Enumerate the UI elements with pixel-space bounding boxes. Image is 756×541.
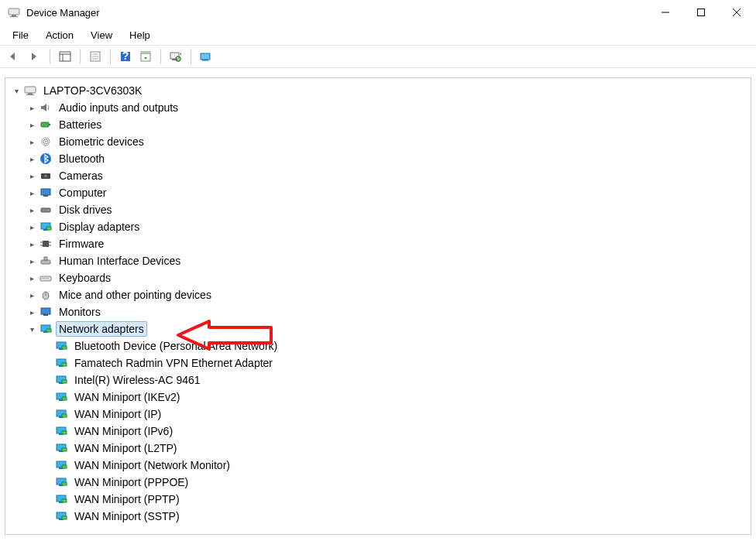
- node-label: WAN Miniport (PPTP): [71, 491, 183, 507]
- menu-file[interactable]: File: [5, 28, 36, 43]
- chevron-right-icon[interactable]: ▸: [26, 257, 37, 265]
- svg-rect-50: [45, 278, 46, 279]
- node-label: Batteries: [56, 117, 105, 132]
- action-center-button[interactable]: [136, 46, 156, 67]
- chevron-right-icon[interactable]: ▸: [26, 223, 37, 231]
- svg-rect-92: [62, 516, 67, 519]
- svg-rect-4: [698, 9, 705, 16]
- node-label: Human Interface Devices: [56, 253, 184, 269]
- node-label: WAN Miniport (IPv6): [71, 423, 176, 439]
- node-disk[interactable]: ▸ Disk drives: [6, 201, 750, 218]
- toolbar-separator: [191, 49, 191, 64]
- chevron-down-icon[interactable]: ▾: [26, 325, 37, 334]
- node-network-child[interactable]: ▸ WAN Miniport (IKEv2): [6, 389, 750, 406]
- node-network-child[interactable]: ▸ WAN Miniport (PPTP): [6, 491, 750, 508]
- network-adapter-icon: [39, 322, 53, 336]
- maximize-button[interactable]: [683, 1, 719, 24]
- computer-root-icon: [23, 84, 37, 98]
- svg-rect-18: [170, 53, 179, 59]
- minimize-button[interactable]: [648, 1, 683, 24]
- fingerprint-icon: [39, 135, 53, 149]
- svg-rect-68: [62, 380, 67, 383]
- node-monitors[interactable]: ▸ Monitors: [6, 303, 750, 320]
- chevron-right-icon[interactable]: ▸: [26, 138, 37, 146]
- nav-forward-button[interactable]: [25, 46, 45, 67]
- svg-point-32: [44, 175, 47, 178]
- node-audio[interactable]: ▸ Audio inputs and outputs: [6, 99, 750, 116]
- node-bluetooth[interactable]: ▸ Bluetooth: [6, 150, 750, 167]
- node-label: Firmware: [56, 236, 107, 252]
- show-hide-tree-button[interactable]: [55, 46, 75, 67]
- chevron-right-icon[interactable]: ▸: [26, 291, 37, 300]
- window-title: Device Manager: [26, 7, 648, 19]
- node-label: Computer: [56, 185, 109, 200]
- node-network-adapters[interactable]: ▾ Network adapters: [6, 320, 750, 337]
- mouse-icon: [39, 288, 53, 302]
- svg-rect-46: [44, 257, 47, 260]
- add-legacy-hw-button[interactable]: [196, 46, 216, 67]
- svg-point-36: [48, 210, 50, 211]
- menu-action[interactable]: Action: [38, 28, 81, 43]
- device-tree[interactable]: ▾ LAPTOP-3CV6303K ▸ Audio inputs and out…: [6, 79, 750, 533]
- node-label: Bluetooth: [56, 151, 108, 166]
- scan-hardware-button[interactable]: [166, 46, 186, 67]
- node-mice[interactable]: ▸ Mice and other pointing devices: [6, 286, 750, 303]
- chevron-right-icon[interactable]: ▸: [26, 172, 37, 180]
- node-hid[interactable]: ▸ Human Interface Devices: [6, 252, 750, 269]
- svg-rect-1: [12, 15, 16, 16]
- svg-rect-65: [62, 363, 67, 366]
- chevron-down-icon[interactable]: ▾: [11, 87, 22, 95]
- chevron-right-icon[interactable]: ▸: [26, 308, 37, 317]
- svg-rect-25: [41, 122, 49, 127]
- menu-help[interactable]: Help: [122, 28, 158, 43]
- svg-rect-55: [41, 308, 50, 314]
- node-root[interactable]: ▾ LAPTOP-3CV6303K: [6, 82, 750, 99]
- network-adapter-icon: [54, 424, 68, 438]
- node-network-child[interactable]: ▸ WAN Miniport (IP): [6, 406, 750, 423]
- node-display[interactable]: ▸ Display adapters: [6, 218, 750, 235]
- node-network-child[interactable]: ▸ Famatech Radmin VPN Ethernet Adapter: [6, 354, 750, 372]
- chevron-right-icon[interactable]: ▸: [26, 189, 37, 197]
- chevron-right-icon[interactable]: ▸: [26, 274, 37, 282]
- svg-rect-21: [202, 60, 208, 61]
- svg-rect-52: [48, 278, 49, 279]
- properties-button[interactable]: [85, 46, 105, 67]
- svg-rect-83: [62, 465, 67, 468]
- svg-rect-2: [10, 16, 18, 17]
- node-firmware[interactable]: ▸ Firmware: [6, 235, 750, 252]
- node-network-child[interactable]: ▸ WAN Miniport (PPPOE): [6, 474, 750, 491]
- network-adapter-icon: [54, 390, 68, 404]
- svg-rect-49: [43, 278, 44, 279]
- node-computer[interactable]: ▸ Computer: [6, 184, 750, 201]
- node-network-child[interactable]: ▸ WAN Miniport (IPv6): [6, 423, 750, 440]
- node-label: WAN Miniport (IP): [71, 406, 164, 422]
- chevron-right-icon[interactable]: ▸: [26, 155, 37, 163]
- svg-rect-17: [141, 52, 150, 54]
- chevron-right-icon[interactable]: ▸: [26, 121, 37, 129]
- disk-icon: [39, 203, 53, 217]
- help-button[interactable]: ?: [115, 46, 136, 67]
- svg-rect-39: [46, 227, 51, 230]
- node-network-child[interactable]: ▸ WAN Miniport (SSTP): [6, 508, 750, 525]
- node-keyboards[interactable]: ▸ Keyboards: [6, 269, 750, 286]
- speaker-icon: [39, 101, 53, 115]
- node-batteries[interactable]: ▸ Batteries: [6, 116, 750, 133]
- svg-rect-59: [46, 329, 51, 332]
- toolbar-separator: [160, 49, 161, 64]
- menu-view[interactable]: View: [83, 28, 120, 43]
- node-label: Cameras: [56, 168, 106, 183]
- node-network-child[interactable]: ▸ Bluetooth Device (Personal Area Networ…: [6, 337, 750, 354]
- node-network-child[interactable]: ▸ Intel(R) Wireless-AC 9461: [6, 372, 750, 389]
- chevron-right-icon[interactable]: ▸: [26, 206, 37, 214]
- close-button[interactable]: [719, 1, 754, 24]
- node-network-child[interactable]: ▸ WAN Miniport (Network Monitor): [6, 457, 750, 474]
- svg-rect-23: [28, 93, 33, 94]
- node-network-child[interactable]: ▸ WAN Miniport (L2TP): [6, 440, 750, 457]
- device-tree-panel: ▾ LAPTOP-3CV6303K ▸ Audio inputs and out…: [5, 77, 751, 535]
- node-cameras[interactable]: ▸ Cameras: [6, 167, 750, 184]
- nav-back-button[interactable]: [5, 46, 25, 67]
- node-biometric[interactable]: ▸ Biometric devices: [6, 133, 750, 150]
- chevron-right-icon[interactable]: ▸: [26, 240, 37, 248]
- chevron-right-icon[interactable]: ▸: [26, 104, 37, 112]
- node-label: Mice and other pointing devices: [56, 287, 215, 303]
